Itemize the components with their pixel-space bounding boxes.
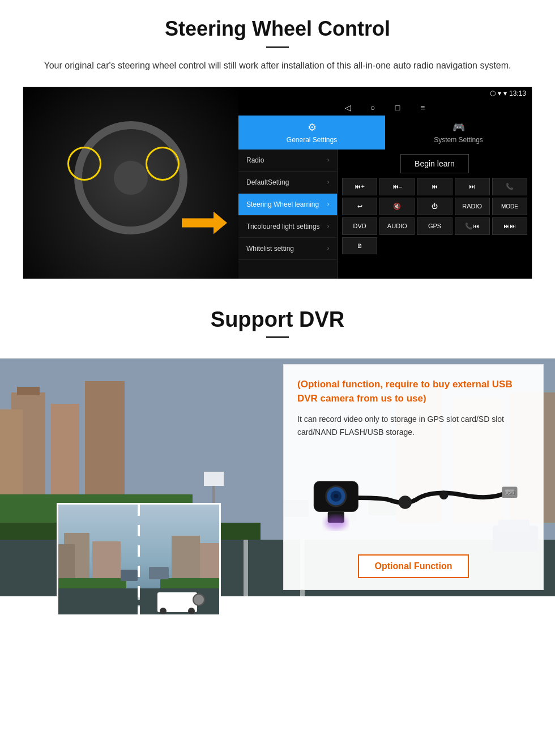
controls-panel: Begin learn ⏮+ ⏮– ⏮ ⏭ 📞 ↩ 🔇 ⏻ [338,150,532,279]
dvr-title-divider [266,336,289,338]
steering-content-area: ⬡ ▾ ▾ 13:13 ◁ ○ □ ≡ ⚙ General Settings [23,87,532,279]
ctrl-phone[interactable]: 📞 [492,178,527,195]
android-statusbar: ⬡ ▾ ▾ 13:13 [238,87,532,100]
signal-icon: ▾ [503,89,507,97]
ctrl-dvd[interactable]: DVD [342,217,377,235]
dvr-info-card: (Optional function, require to buy exter… [283,364,544,590]
dvr-title-area: Support DVR [0,291,555,358]
steering-section: Steering Wheel Control Your original car… [0,0,555,291]
ctrl-radio[interactable]: RADIO [455,198,490,215]
chevron-icon: › [327,179,329,185]
svg-point-39 [188,608,195,614]
svg-rect-34 [138,605,140,616]
arrow-indicator [182,212,227,234]
ctrl-back[interactable]: ↩ [342,198,377,215]
tab-general-label: General Settings [287,136,337,144]
ctrl-mode[interactable]: MODE [492,198,527,215]
svg-rect-19 [204,472,224,486]
ctrl-vol-down[interactable]: ⏮– [379,178,415,195]
ctrl-gps[interactable]: GPS [417,217,452,235]
wifi-icon: ▾ [498,89,501,97]
camera-svg: USB [297,450,530,552]
tab-general-settings[interactable]: ⚙ General Settings [238,116,385,150]
ctrl-vol-up[interactable]: ⏮+ [342,178,377,195]
svg-rect-36 [149,567,169,579]
svg-text:USB: USB [505,490,515,496]
menu-item-whitelist[interactable]: Whitelist setting › [238,238,337,260]
menu-nav-icon[interactable]: ≡ [417,102,428,113]
svg-point-45 [334,494,338,498]
controls-grid-row4: 🗎 [342,237,527,254]
svg-rect-3 [51,404,79,506]
menu-item-radio[interactable]: Radio › [238,150,337,172]
svg-rect-2 [17,387,40,395]
highlight-circle-left [67,147,101,181]
ctrl-phone-prev[interactable]: 📞⏮ [455,217,490,235]
menu-panel: Radio › DefaultSetting › Steering Wheel … [238,150,532,279]
status-icons: ⬡ ▾ ▾ 13:13 [490,89,526,97]
svg-rect-20 [212,486,215,503]
optional-function-button[interactable]: Optional Function [358,554,469,578]
highlight-circle-right [146,147,180,181]
car-image [23,87,238,279]
menu-item-default[interactable]: DefaultSetting › [238,172,337,194]
svg-rect-9 [244,540,248,596]
thumb-road-scene [58,505,219,614]
dvr-optional-title: (Optional function, require to buy exter… [297,377,530,406]
system-settings-icon: 🎮 [452,121,465,134]
ctrl-mute[interactable]: 🔇 [379,198,415,215]
svg-rect-35 [121,570,138,581]
tab-system-label: System Settings [434,136,483,144]
dvr-section: Support DVR [0,291,555,729]
svg-point-50 [399,496,412,509]
svg-rect-4 [85,381,125,506]
dvr-thumbnail-image [57,503,221,616]
android-ui-panel: ⬡ ▾ ▾ 13:13 ◁ ○ □ ≡ ⚙ General Settings [238,87,532,279]
time-display: 13:13 [509,89,526,97]
tab-system-settings[interactable]: 🎮 System Settings [385,116,532,150]
steering-subtitle: Your original car's steering wheel contr… [34,58,521,73]
ctrl-extra[interactable]: 🗎 [342,237,377,254]
steering-title: Steering Wheel Control [23,17,532,41]
car-background [23,87,238,279]
thumbnail-svg [58,505,221,616]
menu-list: Radio › DefaultSetting › Steering Wheel … [238,150,338,279]
gps-icon: ⬡ [490,89,496,97]
svg-rect-33 [138,588,140,600]
android-nav-bar: ◁ ○ □ ≡ [238,100,532,116]
home-nav-icon[interactable]: ○ [367,102,378,113]
title-divider [266,46,289,48]
settings-tabs: ⚙ General Settings 🎮 System Settings [238,116,532,150]
dvr-title: Support DVR [0,307,555,332]
dvr-camera-illustration: USB [297,447,530,554]
svg-point-51 [439,490,449,499]
ctrl-audio[interactable]: AUDIO [379,217,415,235]
controls-grid-row3: DVD AUDIO GPS 📞⏮ ⏭⏭ [342,217,527,235]
chevron-icon: › [327,223,329,229]
ctrl-next-track[interactable]: ⏭ [455,178,490,195]
recents-nav-icon[interactable]: □ [392,102,403,113]
chevron-icon: › [327,157,329,163]
chevron-icon: › [327,201,329,207]
svg-point-38 [160,608,166,614]
controls-grid-row1: ⏮+ ⏮– ⏮ ⏭ 📞 [342,178,527,195]
menu-item-steering-wheel[interactable]: Steering Wheel learning › [238,194,337,216]
svg-point-46 [325,516,347,529]
gear-settings-icon: ⚙ [308,121,317,134]
controls-grid-row2: ↩ 🔇 ⏻ RADIO MODE [342,198,527,215]
ctrl-prev-track[interactable]: ⏮ [417,178,452,195]
chevron-icon: › [327,245,329,251]
menu-item-tricoloured[interactable]: Tricoloured light settings › [238,216,337,238]
begin-learn-button[interactable]: Begin learn [400,154,469,173]
svg-point-40 [193,594,204,605]
dvr-description: It can record video only to storage in G… [297,413,530,439]
begin-learn-row: Begin learn [342,154,527,173]
ctrl-power[interactable]: ⏻ [417,198,452,215]
svg-rect-5 [0,409,23,506]
back-nav-icon[interactable]: ◁ [342,102,353,113]
ctrl-next-combo[interactable]: ⏭⏭ [492,217,527,235]
